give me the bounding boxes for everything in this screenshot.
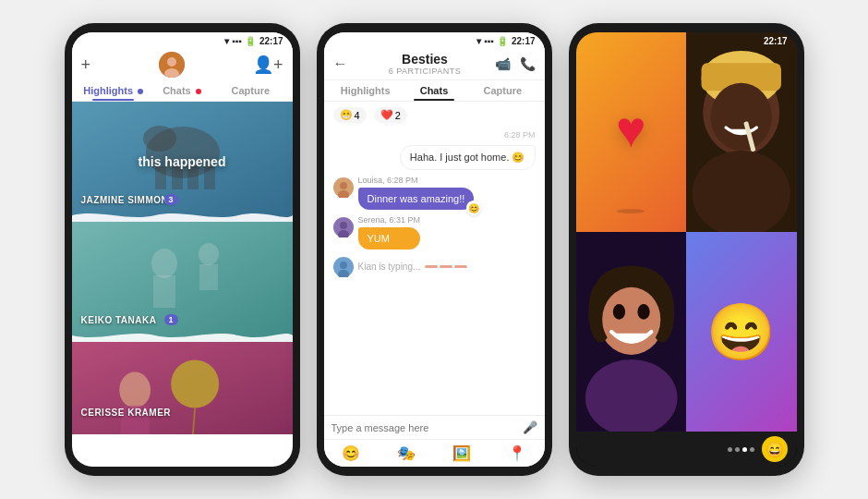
tab-chats-2[interactable]: Chats [400,80,468,101]
chat-timestamp: 6:28 PM [333,130,536,140]
reaction-row: 😁 4 ❤️ 2 [333,107,536,123]
participants-count: 6 PARTICIPANTS [356,67,495,76]
dot-2 [735,447,740,452]
reaction-heart[interactable]: ❤️ 2 [374,107,407,123]
msg-text-serena: YUM [368,233,390,244]
story-label-1: JAZMINE SIMMONS [81,195,175,205]
svg-point-46 [637,304,649,320]
tab-capture-label: Capture [232,85,271,96]
dot-1 [728,447,732,452]
status-bar-1: ▾ ▪▪▪ 🔋 22:17 [72,32,293,48]
video-call-icon[interactable]: 📹 [495,56,511,71]
group-name: Besties [356,52,495,67]
tab-c2-label: Chats [420,85,449,96]
phone2-topbar: ← Besties 6 PARTICIPANTS 📹 📞 [324,48,545,80]
msg-bubble-serena: YUM [358,227,421,250]
dot-3 [742,447,747,452]
story-item-2[interactable]: KEIKO TANAKA 1 [72,222,293,342]
tab-capture-2[interactable]: Capture [468,80,536,101]
add-contact-icon[interactable]: 👤+ [253,55,283,75]
story-badge-1: 3 [164,194,178,205]
story-text-1: this happened [139,154,226,169]
status-bar-3: 22:17 [754,32,797,48]
phone2-tabs: Highlights Chats Capture [324,80,545,102]
status-time-3: 22:17 [764,36,788,46]
dot-4 [750,447,754,452]
chats-dot [196,89,201,94]
status-icons-1: ▾ ▪▪▪ 🔋 [224,36,256,46]
phone-1: ▾ ▪▪▪ 🔋 22:17 + 👤+ Highlights [65,23,300,476]
slide-indicator [728,447,754,452]
tab-highlights-label: Highlights [83,85,133,96]
tab-capture-1[interactable]: Capture [216,81,284,101]
mic-icon[interactable]: 🎤 [523,420,537,434]
bottom-icons-bar: 😊 🎭 🖼️ 📍 [324,439,545,467]
heart-emoji: ❤️ [380,109,393,121]
svg-point-1 [167,57,176,67]
sticker-icon[interactable]: 🎭 [397,444,416,462]
grid-cell-heart: ♥ [576,32,687,232]
time-louisa: 6:28 PM [387,176,418,185]
avatar-1[interactable] [159,52,185,78]
reaction-icon-louisa: 😊 [466,201,481,215]
tab-cap2-label: Capture [484,85,523,96]
time-serena: 6:31 PM [390,215,421,225]
battery-icon-2: 🔋 [497,36,508,46]
tab-h2-label: Highlights [341,85,391,96]
msg-text-louisa: Dinner was amazing!! [368,193,465,204]
wifi-icon-2: ▾ [476,36,481,46]
location-icon[interactable]: 📍 [508,444,526,462]
group-title: Besties 6 PARTICIPANTS [356,52,495,76]
typing-indicator: Kian is typing... [333,255,536,277]
wifi-icon: ▾ [224,36,229,46]
avatar-serena [333,217,354,237]
reaction-laugh[interactable]: 😁 4 [333,107,367,123]
typing-dots [425,265,467,268]
status-icons-2: ▾ ▪▪▪ 🔋 [476,36,508,46]
emoji-reaction-button[interactable]: 😄 [762,436,788,462]
status-time-2: 22:17 [512,36,536,46]
add-button-1[interactable]: + [81,55,91,75]
phone-3: 22:17 ♥ [569,23,804,476]
status-bar-2: ▾ ▪▪▪ 🔋 22:17 [324,32,545,48]
svg-point-30 [340,262,347,269]
msg-meta-serena: Serena, 6:31 PM [358,215,421,225]
signal-icon: ▪▪▪ [232,36,242,46]
msg-meta-louisa: Louisa, 6:28 PM [358,176,475,185]
video-grid: ♥ [576,32,797,432]
phone-call-icon[interactable]: 📞 [520,56,536,71]
svg-rect-22 [72,342,293,434]
story-badge-2: 1 [164,314,178,325]
tab-chats-1[interactable]: Chats [148,81,216,101]
msg-bubble-louisa: Dinner was amazing!! 😊 [358,188,475,210]
tab-highlights-2[interactable]: Highlights [332,80,400,101]
heart-shadow [617,209,645,213]
grid-cell-photo1 [686,32,797,232]
status-time-1: 22:17 [259,36,283,46]
msg-left-2-row: Serena, 6:31 PM YUM [333,215,536,250]
laugh-count: 4 [355,110,360,121]
svg-point-24 [340,182,347,189]
avatar-louisa [333,177,354,198]
emoji-picker-icon[interactable]: 😊 [342,444,360,462]
battery-icon: 🔋 [245,36,256,46]
story-item-1[interactable]: this happened JAZMINE SIMMONS 3 [72,102,293,222]
phone1-content: this happened JAZMINE SIMMONS 3 [72,102,293,467]
msg-right-1: Haha. I just got home. 😊 [400,145,536,170]
grid-cell-photo2 [576,232,687,432]
message-input[interactable] [332,422,519,433]
svg-point-27 [340,222,347,229]
typing-text: Kian is typing... [358,262,421,272]
image-icon[interactable]: 🖼️ [452,444,471,462]
tab-chats-label: Chats [163,85,191,96]
phone1-topbar: + 👤+ [72,48,293,79]
grid-cell-emoji: 😄 [686,232,797,432]
msg-right-text: Haha. I just got home. 😊 [410,152,525,163]
avatar-kian [333,257,354,277]
tab-highlights-1[interactable]: Highlights [79,81,148,101]
back-button[interactable]: ← [333,55,348,72]
phone1-tabs: Highlights Chats Capture [72,79,293,102]
story-item-3[interactable]: CERISSE KRAMER [72,342,293,434]
highlights-dot [138,89,143,94]
heart-icon: ♥ [616,100,646,159]
